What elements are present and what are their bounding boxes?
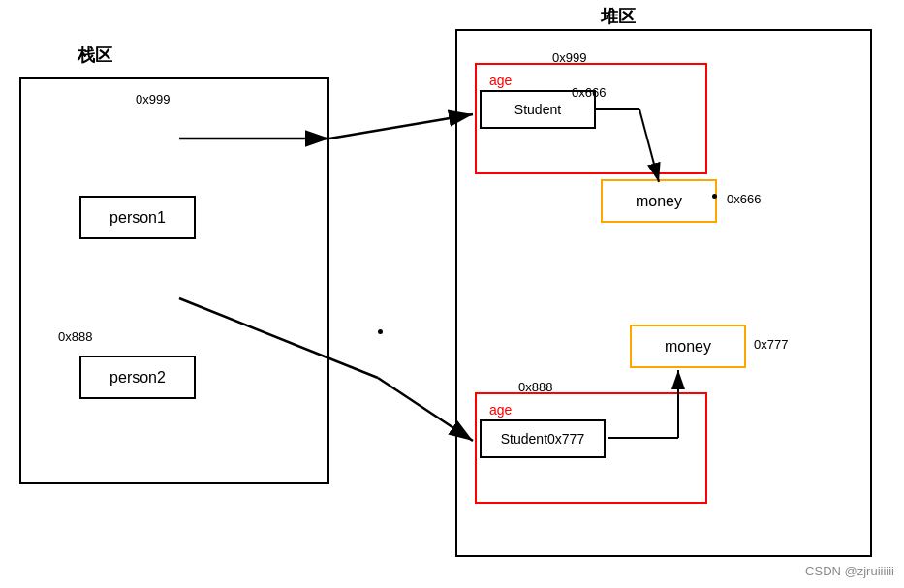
stack-title-label: 栈区 [78, 44, 112, 67]
person2-addr: 0x888 [58, 329, 92, 344]
heap-title-label: 堆区 [601, 5, 636, 28]
money1-box: money [601, 179, 717, 223]
student1-addr-top: 0x999 [552, 50, 586, 65]
student1-inner-addr: 0x666 [572, 85, 606, 100]
person1-label: person1 [109, 209, 166, 227]
dot1 [378, 329, 383, 334]
stack-area: person1 person2 [19, 77, 329, 484]
person1-addr: 0x999 [136, 92, 170, 107]
money2-label: money [665, 338, 711, 356]
svg-line-2 [329, 114, 473, 139]
student2-inner-label: Student0x777 [501, 431, 584, 447]
money1-label: money [636, 193, 682, 210]
person2-box: person2 [79, 356, 196, 399]
person1-box: person1 [79, 196, 196, 239]
watermark: CSDN @zjruiiiiii [805, 564, 894, 578]
dot2 [712, 194, 717, 199]
money1-addr: 0x666 [727, 192, 761, 206]
money2-box: money [630, 325, 746, 368]
student1-age-label: age [489, 73, 512, 88]
student2-inner-box: Student0x777 [480, 419, 606, 458]
student2-age-label: age [489, 402, 512, 418]
diagram: 栈区 person1 person2 0x999 0x888 堆区 0x999 … [0, 0, 904, 588]
student1-inner-label: Student [514, 102, 561, 117]
money2-addr: 0x777 [754, 337, 788, 352]
student2-addr-top: 0x888 [518, 380, 552, 394]
person2-label: person2 [109, 369, 166, 387]
